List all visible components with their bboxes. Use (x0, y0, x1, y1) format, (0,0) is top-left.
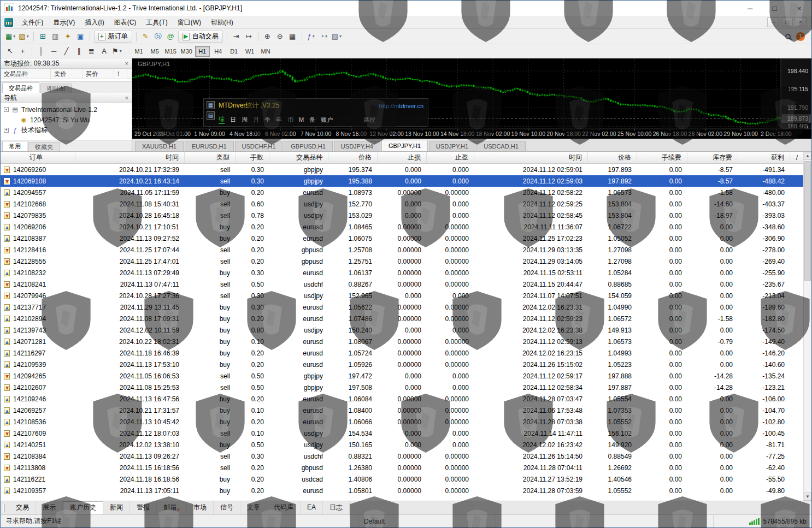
terminal-tab-ea[interactable]: EA (301, 501, 323, 514)
market-watch-tab-即时图[interactable]: 即时图 (40, 84, 72, 93)
search-icon[interactable] (785, 34, 791, 39)
history-row[interactable]: 1421085362024.11.13 10:45:42buy0.20eurus… (1, 416, 803, 428)
terminal-tab-代码库[interactable]: 代码库 (267, 501, 301, 514)
chart-tab-eurusd-h1[interactable]: EURUSD,H1 (185, 141, 234, 151)
terminal-tab-展示[interactable]: 展示 (36, 501, 63, 514)
history-column-close-price[interactable]: 价格 (588, 152, 637, 163)
chart-shift-icon[interactable]: ⇥ (230, 31, 243, 43)
scrollbar-thumb[interactable] (804, 161, 811, 281)
chart-tab-gbpjpy-h1[interactable]: GBPJPY,H1 (381, 140, 428, 151)
crosshair-icon[interactable]: + (16, 45, 29, 57)
history-row[interactable]: 1420945572024.11.05 17:11:59buy0.20eurus… (1, 187, 803, 198)
overlay-tab-备[interactable]: 备 (309, 116, 315, 124)
overlay-path-label[interactable]: 路径 (363, 116, 375, 124)
cursor-icon[interactable]: ↖ (4, 45, 16, 57)
minimize-button[interactable]: ─ (738, 1, 762, 16)
history-column-symbol[interactable]: 交易品种 (269, 152, 328, 163)
terminal-tab-新闻[interactable]: 新闻 (103, 501, 130, 514)
menu-charts[interactable]: 图表(C) (109, 16, 142, 28)
history-row[interactable]: 1421162972024.11.18 16:46:39buy0.20eurus… (1, 347, 803, 359)
overlay-tab-月[interactable]: 月 (253, 116, 259, 124)
navigator-item-12042547-si-yu-wu[interactable]: ◉12042547: Si Yu Wu (3, 115, 132, 125)
terminal-tab-市场[interactable]: 市场 (187, 501, 214, 514)
timeframe-m15[interactable]: M15 (163, 46, 178, 57)
close-button[interactable]: × (787, 1, 811, 16)
history-row[interactable]: 1421377172024.11.29 13:11:45buy0.30eurus… (1, 301, 803, 313)
tile-windows-icon[interactable]: ▦ (286, 31, 299, 43)
navigator-item-triveinternational-live-1-2[interactable]: -▤TriveInternational-Live-1.2 (3, 104, 132, 115)
maximize-button[interactable]: □ (762, 1, 787, 16)
history-column-commission[interactable]: 手续费 (637, 152, 687, 163)
history-scrollbar[interactable]: ▲ ▼ (803, 152, 811, 501)
menu-view[interactable]: 显示(V) (48, 16, 80, 28)
horizontal-line-icon[interactable]: ─ (48, 45, 60, 57)
fibonacci-icon[interactable]: ≣ (85, 45, 98, 57)
history-column-tp[interactable]: 止盈 (427, 152, 474, 163)
menu-tools[interactable]: 工具(T) (141, 16, 172, 28)
history-row[interactable]: 1421095392024.11.13 17:53:10buy0.20eurus… (1, 359, 803, 370)
chart-tab-usdchf-h1[interactable]: USDCHF,H1 (235, 141, 283, 151)
navigator-close-icon[interactable]: × (125, 94, 128, 101)
market-watch-column-1[interactable]: 卖价 (51, 69, 83, 79)
market-watch-close-icon[interactable]: × (125, 60, 128, 67)
overlay-tab-m[interactable]: M (299, 116, 304, 123)
history-row[interactable]: 1421028942024.11.08 17:09:31buy0.20eurus… (1, 313, 803, 324)
terminal-tab-邮箱[interactable]: 邮箱9 (157, 501, 187, 514)
mql5-search-icon[interactable]: @ (164, 31, 177, 43)
equidistant-channel-icon[interactable]: ∥ (73, 45, 85, 57)
metaeditor-icon[interactable]: ✎ (139, 31, 152, 43)
new-chart-icon[interactable]: ▦▾ (4, 31, 17, 43)
notification-badge[interactable]: 1 (796, 32, 805, 41)
history-column-lots[interactable]: 手数 (236, 152, 269, 163)
chart-window[interactable]: 29 Oct 202431 Oct 01:001 Nov 09:004 Nov … (132, 58, 811, 139)
terminal-tab-日志[interactable]: 日志 (323, 501, 350, 514)
indicators-list-icon[interactable]: ƒ▾ (305, 31, 317, 43)
history-column-order[interactable]: 订单 (1, 152, 75, 163)
history-row[interactable]: 1420798352024.10.28 16:45:18sell0.78usdj… (1, 210, 803, 221)
history-column-type[interactable]: 类型 (185, 152, 236, 163)
tree-expander-icon[interactable]: + (4, 128, 9, 133)
data-window-icon[interactable]: ▥ (49, 31, 62, 43)
overlay-tab-年[interactable]: 年 (276, 116, 282, 124)
profiles-icon[interactable]: ▧▾ (17, 31, 30, 43)
history-row[interactable]: 1421076092024.11.12 18:07:03sell0.10usdj… (1, 428, 803, 439)
history-column-sl[interactable]: 止损 (378, 152, 427, 163)
history-row[interactable]: 1421093572024.11.13 17:05:11buy0.20eurus… (1, 485, 803, 496)
status-profile[interactable]: Default (358, 515, 496, 527)
history-column-close-time[interactable]: 时间 (474, 152, 588, 163)
overlay-window-icon[interactable]: ▦ (207, 101, 215, 109)
periods-icon[interactable]: ◔▾ (317, 31, 330, 43)
market-watch-column-2[interactable]: 买价 (83, 69, 114, 79)
timeframe-m5[interactable]: M5 (148, 46, 162, 57)
timeframe-h4[interactable]: H4 (211, 46, 226, 57)
market-watch-icon[interactable]: ⊞ (37, 31, 49, 43)
terminal-tab-信号[interactable]: 信号 (214, 501, 240, 514)
history-row[interactable]: 1421083872024.11.13 09:27:52buy0.20eurus… (1, 233, 803, 244)
mdi-restore-button[interactable]: □ (781, 17, 793, 27)
menu-window[interactable]: 窗口(W) (173, 16, 206, 28)
history-row[interactable]: 1421402512024.12.02 13:38:10buy0.50usdjp… (1, 439, 803, 450)
market-watch-tab-交易品种[interactable]: 交易品种 (2, 82, 39, 93)
history-row[interactable]: 1421026072024.11.08 15:25:53sell0.50gbpj… (1, 382, 803, 393)
terminal-icon[interactable]: ▣ (74, 31, 87, 43)
chart-tab-gbpusd-h1[interactable]: GBPUSD,H1 (284, 141, 333, 151)
terminal-tab-交易[interactable]: 交易 (9, 501, 36, 514)
mql5-community-icon[interactable]: ⓑ (152, 31, 164, 43)
mdi-minimize-button[interactable]: ─ (767, 17, 779, 27)
history-column-open-price[interactable]: 价格 (328, 152, 378, 163)
overlay-tab-账户[interactable]: 账户 (321, 116, 333, 124)
market-watch-column-3[interactable]: ! (114, 69, 127, 79)
zoom-out-icon[interactable]: ⊖ (274, 31, 286, 43)
history-row[interactable]: 1420712812024.10.22 18:02:31buy0.10eurus… (1, 336, 803, 347)
scroll-down-icon[interactable]: ▼ (804, 493, 811, 501)
tree-expander-icon[interactable]: - (4, 107, 9, 112)
overlay-tab-币[interactable]: 币 (287, 116, 293, 124)
history-row[interactable]: 1420692572024.10.21 17:31:57buy0.10eurus… (1, 405, 803, 416)
history-row[interactable]: 1420942652024.11.05 16:06:53sell0.50gbpj… (1, 370, 803, 382)
navigator-icon[interactable]: ✦ (62, 31, 74, 43)
history-row[interactable]: 1420692062024.10.21 17:10:51buy0.20eurus… (1, 221, 803, 233)
menu-insert[interactable]: 插入(I) (80, 16, 109, 28)
history-row[interactable]: 1421284162024.11.25 17:07:44sell0.20gbpu… (1, 244, 803, 256)
timeframe-w1[interactable]: W1 (243, 46, 257, 57)
terminal-tab-文章[interactable]: 文章 (240, 501, 267, 514)
